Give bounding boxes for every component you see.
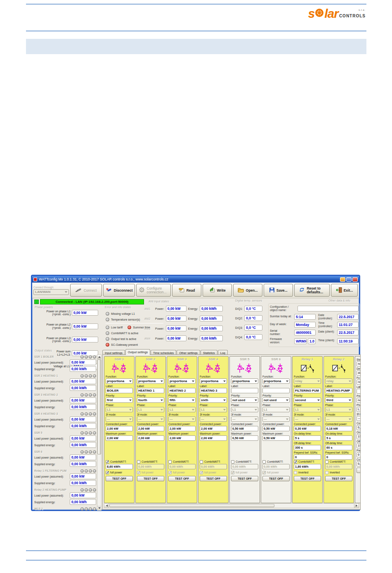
- combiwatt-energy-input[interactable]: 8,60 kWh: [106, 464, 133, 469]
- inverted-checkbox[interactable]: [325, 471, 328, 474]
- write-button[interactable]: Write: [203, 284, 232, 297]
- close-button[interactable]: [352, 277, 358, 282]
- disconnect-button[interactable]: Disconnect: [103, 284, 135, 297]
- test-off-button[interactable]: TEST OFF: [294, 476, 321, 481]
- mode3f-select[interactable]: ---: [294, 416, 321, 422]
- reset-defaults-button[interactable]: Reset to defaults...: [294, 284, 330, 297]
- combiwatt-checkbox[interactable]: [231, 460, 234, 464]
- test-off-button[interactable]: TEST OFF: [137, 476, 164, 481]
- label-input[interactable]: [231, 388, 258, 393]
- priority-select[interactable]: sixth: [200, 397, 227, 403]
- function-select[interactable]: relay: [294, 378, 321, 384]
- mode3f-select[interactable]: ---: [200, 416, 227, 422]
- connection-type-select[interactable]: LAN/WAN: [33, 289, 69, 295]
- maximum-power-input[interactable]: 2,00 kW: [106, 435, 133, 441]
- full-power-checkbox[interactable]: [231, 471, 234, 474]
- phase-select[interactable]: L1: [325, 407, 352, 412]
- maximum-power-input[interactable]: 2,00 kW: [200, 435, 227, 441]
- connected-power-input[interactable]: 2,00 kW: [106, 426, 133, 431]
- connected-power-input[interactable]: 2,00 kW: [137, 426, 164, 431]
- phase-select[interactable]: L1: [262, 407, 290, 412]
- mode3f-select[interactable]: ---: [325, 416, 352, 422]
- scroll-up-button[interactable]: [97, 355, 101, 359]
- phase-select[interactable]: L1: [231, 407, 258, 412]
- phase-select[interactable]: L1: [294, 407, 321, 412]
- connected-power-input[interactable]: 2,00 kW: [168, 426, 196, 431]
- priority-select[interactable]: second: [294, 397, 321, 403]
- connect-button[interactable]: Connect: [70, 284, 102, 297]
- combiwatt-energy-input[interactable]: 0,00 kWh: [231, 464, 258, 469]
- mode3f-select[interactable]: ---: [262, 416, 290, 422]
- label-input[interactable]: [262, 388, 290, 393]
- function-select[interactable]: relay: [325, 378, 352, 384]
- combiwatt-energy-input[interactable]: 1,80 kWh: [294, 464, 321, 469]
- full-power-checkbox[interactable]: [106, 471, 109, 474]
- combiwatt-energy-input[interactable]: 0,00 kWh: [137, 464, 164, 469]
- label-input[interactable]: BOILER: [106, 388, 133, 393]
- combiwatt-checkbox[interactable]: [262, 460, 266, 464]
- mode3f-select[interactable]: ---: [137, 416, 164, 422]
- label-input[interactable]: HEATING-PUMP: [325, 388, 352, 393]
- combiwatt-checkbox[interactable]: [325, 460, 328, 464]
- full-power-checkbox[interactable]: [262, 471, 266, 474]
- maximum-power-input[interactable]: 0,50 kW: [231, 435, 258, 441]
- label-input[interactable]: HEATING 1: [137, 388, 164, 393]
- scroll-left-button[interactable]: [104, 504, 109, 508]
- open-button[interactable]: Open...: [233, 284, 262, 297]
- test-off-button[interactable]: TE: [357, 468, 360, 473]
- connected-power-input[interactable]: 0,30 kW: [294, 426, 321, 431]
- function-select[interactable]: proportiona: [262, 378, 290, 384]
- combiwatt-checkbox[interactable]: [200, 460, 203, 464]
- combiwatt-energy-input[interactable]: 0,00 kWh: [200, 464, 227, 469]
- full-power-checkbox[interactable]: [137, 471, 140, 474]
- maximum-power-input[interactable]: 2,00 kW: [168, 435, 196, 441]
- minimize-button[interactable]: [340, 277, 345, 282]
- priority-select[interactable]: fifth: [168, 397, 196, 403]
- connected-power-input[interactable]: 0,50 kW: [262, 426, 290, 431]
- tab-output-settings[interactable]: Output settings: [125, 349, 150, 355]
- phase-select[interactable]: L1: [200, 407, 227, 412]
- test-off-button[interactable]: TEST OFF: [262, 476, 290, 481]
- scroll-down-button[interactable]: [97, 506, 101, 510]
- config-name-field[interactable]: [298, 306, 359, 311]
- test-off-button[interactable]: TEST OFF: [168, 476, 196, 481]
- mode3f-select[interactable]: ---: [106, 416, 133, 422]
- hscroll-thumb[interactable]: [109, 504, 274, 507]
- priority-select[interactable]: first: [106, 397, 133, 403]
- scroll-right-button[interactable]: [354, 504, 359, 508]
- on-delay-input[interactable]: 5 s: [294, 435, 321, 441]
- function-select[interactable]: proportiona: [168, 378, 196, 384]
- mode3f-select[interactable]: ---: [168, 416, 196, 422]
- full-power-checkbox[interactable]: [200, 471, 203, 474]
- combiwatt-checkbox[interactable]: [168, 460, 172, 464]
- read-button[interactable]: Read: [172, 284, 201, 297]
- label-input[interactable]: HEATING 3: [200, 388, 227, 393]
- combiwatt-checkbox[interactable]: [294, 460, 297, 464]
- connected-power-input[interactable]: 0,18 kW: [325, 426, 352, 431]
- columns-hscrollbar[interactable]: [104, 503, 359, 508]
- function-select[interactable]: proportiona: [231, 378, 258, 384]
- maximum-power-input[interactable]: 0,50 kW: [262, 435, 290, 441]
- combiwatt-energy-input[interactable]: 0,00 kWh: [262, 464, 290, 469]
- maximize-button[interactable]: [346, 277, 352, 282]
- mode3f-select[interactable]: ---: [231, 416, 258, 422]
- function-select[interactable]: proportiona: [137, 378, 164, 384]
- label-input[interactable]: FILTERING PUM: [294, 388, 321, 393]
- priority-select[interactable]: not used: [231, 397, 258, 403]
- phase-select[interactable]: L1: [168, 407, 196, 412]
- connected-power-input[interactable]: 2,00 kW: [200, 426, 227, 431]
- save-button[interactable]: Save...: [264, 284, 293, 297]
- off-delay-input[interactable]: 300 s: [294, 445, 321, 450]
- test-off-button[interactable]: TEST OFF: [325, 476, 352, 481]
- combiwatt-checkbox[interactable]: [106, 460, 109, 464]
- priority-select[interactable]: not used: [262, 397, 290, 403]
- priority-select[interactable]: third: [325, 397, 352, 403]
- function-select[interactable]: proportiona: [200, 378, 227, 384]
- scroll-thumb[interactable]: [97, 359, 101, 454]
- combiwatt-checkbox[interactable]: [137, 460, 140, 464]
- label-input[interactable]: HEATING 2: [168, 388, 196, 393]
- full-power-checkbox[interactable]: [168, 471, 172, 474]
- test-off-button[interactable]: TEST OFF: [106, 476, 133, 481]
- status-collapse-toggle[interactable]: -: [34, 300, 39, 304]
- function-select[interactable]: proportiona: [106, 378, 133, 384]
